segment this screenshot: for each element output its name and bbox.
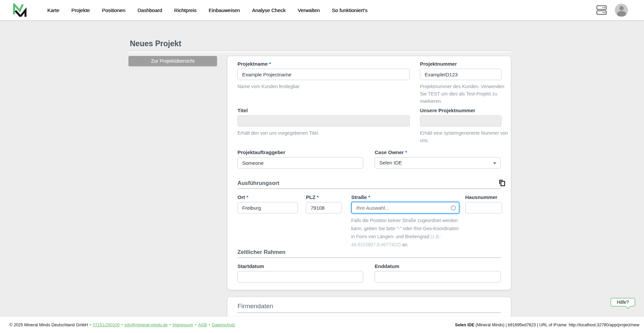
titel-label: Titel [237,108,248,113]
required-asterisk: * [405,149,407,155]
enddatum-label: Enddatum [375,263,399,269]
footer-copyright: © 2025 Mineral Minds Deutschland GmbH [9,323,88,327]
nav-item[interactable]: Verwalten [298,7,320,13]
hausnummer-label: Hausnummer [465,194,497,200]
titel-helper: Erhält den von uns vorgegebenen Titel. [237,129,410,137]
unsere-projektnummer-label: Unsere Projektnummer [420,108,475,113]
nav-item[interactable]: Karte [47,7,59,13]
title-divider [128,50,512,51]
ort-input[interactable] [237,202,298,213]
projektauftraggeber-input[interactable] [237,157,363,169]
case-owner-select[interactable]: Selen IDE [375,157,501,169]
nav-item[interactable]: Projekte [71,7,90,13]
plz-label: PLZ [306,194,315,200]
projektname-helper: Name vom Kunden festlegbar [237,83,410,90]
plz-input[interactable] [306,202,341,213]
nav-item[interactable]: Positionen [102,7,125,13]
hausnummer-input[interactable] [465,202,502,213]
unsere-projektnummer-helper: Erhält eine systemgenerierte Nummer von … [420,129,511,144]
strasse-input[interactable] [351,202,460,214]
nav-item[interactable]: Richtpreis [174,7,197,13]
projektname-input[interactable] [237,69,410,80]
projektnummer-label: Projektnummer [420,61,457,67]
nav-item[interactable]: So funktioniert's [332,7,367,13]
projektauftraggeber-label: Projektauftraggeber [237,149,285,155]
navbar: KarteProjektePositionenDashboardRichtpre… [0,0,644,20]
help-button[interactable]: Hilfe? [610,298,635,307]
footer-agb-link[interactable]: AGB [198,323,207,327]
section-zeitlicher-rahmen: Zeitlicher Rahmen [237,249,501,255]
nav-menu: KarteProjektePositionenDashboardRichtpre… [47,7,368,13]
startdatum-input[interactable] [237,271,363,282]
projektname-label: Projektname [237,61,268,67]
nav-item[interactable]: Analyse Check [252,7,285,13]
footer-session-info: Selen IDE (Mineral Minds) | b91695ed7623… [455,323,639,327]
footer-phone-link[interactable]: 07151/250100 [93,323,120,327]
projektnummer-helper: Projektnummer des Kunden. Verwenden Sie … [420,83,511,105]
required-asterisk: * [317,194,319,200]
projektnummer-input[interactable] [420,69,501,80]
strasse-helper: Falls die Position keiner Straße zugeord… [351,216,460,249]
user-avatar[interactable] [615,4,628,17]
footer-impressum-link[interactable]: Impressum [172,323,193,327]
strasse-label: Straße [351,194,367,200]
mineral-minds-logo[interactable] [13,3,28,17]
server-icon[interactable] [596,5,607,15]
nav-item[interactable]: Dashboard [138,7,162,13]
section-firmendaten: Firmendaten [237,303,273,310]
case-owner-label: Case Owner [375,149,404,155]
nav-item[interactable]: Einbauweisen [209,7,240,13]
required-asterisk: * [247,194,249,200]
project-form-card: Projektname* Name vom Kunden festlegbar … [227,56,511,290]
startdatum-label: Startdatum [237,263,264,269]
ort-label: Ort [237,194,245,200]
enddatum-input[interactable] [375,271,501,282]
footer-datenschutz-link[interactable]: Datenschutz [212,323,235,327]
section-ausfuehrungsort: Ausführungsort [237,180,501,186]
footer-email-link[interactable]: info@mineral-minds.de [124,323,168,327]
titel-input [237,115,410,127]
copy-icon[interactable] [498,179,506,187]
page-title: Neues Projekt [130,39,181,48]
back-to-projects-button[interactable]: Zur Projektübersicht [128,56,217,66]
loading-spinner-icon [451,205,456,210]
required-asterisk: * [368,194,370,200]
avatar-person-icon [619,6,624,10]
chevron-down-icon [493,162,496,164]
unsere-projektnummer-input [420,115,501,127]
footer: © 2025 Mineral Minds Deutschland GmbH•07… [0,317,644,333]
required-asterisk: * [269,61,271,67]
